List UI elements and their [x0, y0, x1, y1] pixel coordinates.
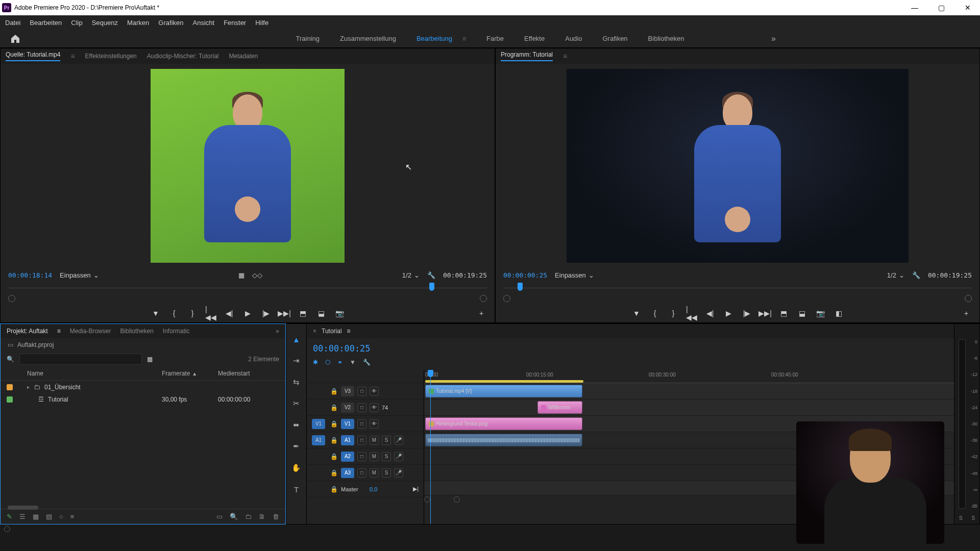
lock-icon[interactable]: 🔒: [330, 388, 338, 395]
voiceover-icon[interactable]: 🎤: [394, 452, 403, 461]
freeform-icon[interactable]: ▦: [147, 356, 153, 363]
tab-info[interactable]: Informatic: [163, 328, 190, 335]
source-viewer[interactable]: [1, 64, 495, 267]
tab-source[interactable]: Quelle: Tutorial.mp4: [6, 51, 60, 61]
lock-icon[interactable]: 🔒: [330, 486, 338, 493]
eye-icon[interactable]: 👁: [370, 419, 379, 429]
step-forward-icon[interactable]: |▶: [260, 308, 272, 319]
sync-lock-icon[interactable]: □: [357, 403, 366, 412]
add-marker-icon[interactable]: ▼: [150, 308, 161, 319]
go-to-out-icon[interactable]: ▶▶|: [760, 308, 771, 319]
button-editor-icon[interactable]: +: [476, 308, 487, 319]
program-zoom-bar[interactable]: [503, 295, 972, 302]
wrench-icon[interactable]: 🔧: [427, 271, 435, 279]
tab-metadata[interactable]: Metadaten: [229, 53, 258, 60]
solo-button[interactable]: S: [382, 452, 391, 461]
menu-sequenz[interactable]: Sequenz: [92, 19, 118, 27]
menu-grafiken[interactable]: Grafiken: [158, 19, 183, 27]
workspace-overflow-icon[interactable]: »: [771, 34, 776, 43]
tab-audio-mixer[interactable]: Audioclip-Mischer: Tutorial: [147, 53, 219, 60]
track-header-v2[interactable]: 🔒 V2 □ 👁 74: [307, 399, 424, 416]
write-icon[interactable]: ✎: [7, 513, 12, 520]
zoom-slider-icon[interactable]: ○: [59, 513, 63, 520]
program-fit-select[interactable]: Einpassen ⌄: [555, 271, 594, 279]
project-tabs-overflow-icon[interactable]: »: [276, 328, 279, 335]
auto-match-icon[interactable]: ▭: [216, 513, 223, 520]
play-icon[interactable]: ▶: [723, 308, 734, 319]
sync-lock-icon[interactable]: □: [357, 468, 366, 478]
drag-video-icon[interactable]: ◇◇: [252, 271, 262, 279]
snap-icon[interactable]: ⬡: [325, 359, 330, 366]
lift-icon[interactable]: ⬒: [778, 308, 789, 319]
clip-tutorial-video[interactable]: Tutorial.mp4 [V]: [425, 385, 582, 397]
voiceover-icon[interactable]: 🎤: [394, 436, 403, 445]
delete-icon[interactable]: 🗑: [273, 513, 279, 520]
tab-libraries[interactable]: Bibliotheken: [120, 328, 153, 335]
source-tab-menu-icon[interactable]: ≡: [70, 52, 75, 60]
hand-tool-icon[interactable]: ✋: [290, 462, 303, 474]
timeline-ruler[interactable]: 00:00 00:00:15:00 00:00:30:00 00:00:45:0…: [424, 370, 954, 383]
razor-tool-icon[interactable]: ✂: [290, 397, 303, 410]
settings-icon[interactable]: 🔧: [363, 359, 371, 366]
program-resolution-select[interactable]: 1/2 ⌄: [887, 271, 904, 279]
project-item-folder[interactable]: ▸🗀01_Übersicht: [1, 381, 285, 393]
maximize-button[interactable]: ▢: [931, 1, 951, 14]
insert-icon[interactable]: ⬒: [297, 308, 308, 319]
sync-lock-icon[interactable]: □: [357, 452, 366, 461]
mark-in-icon[interactable]: {: [168, 308, 180, 319]
insert-overwrite-icon[interactable]: ▦: [238, 271, 244, 279]
wrench-icon[interactable]: 🔧: [912, 271, 920, 279]
menu-clip[interactable]: Clip: [71, 19, 82, 27]
find-icon[interactable]: 🔍: [230, 513, 238, 520]
tab-project[interactable]: Projekt: Auftakt: [7, 328, 48, 335]
lock-icon[interactable]: 🔒: [330, 453, 338, 460]
lock-icon[interactable]: 🔒: [330, 404, 338, 411]
sort-icon[interactable]: ≡: [70, 513, 75, 520]
horizontal-scrollbar[interactable]: [8, 506, 38, 510]
close-button[interactable]: ✕: [958, 1, 978, 14]
step-back-icon[interactable]: ◀|: [704, 308, 716, 319]
minimize-button[interactable]: —: [904, 1, 925, 14]
eye-icon[interactable]: 👁: [370, 387, 379, 396]
program-tab[interactable]: Programm: Tutorial: [501, 51, 553, 61]
go-to-in-icon[interactable]: |◀◀: [686, 308, 697, 319]
step-back-icon[interactable]: ◀|: [224, 308, 235, 319]
track-header-v1[interactable]: V1 🔒 V1 □ 👁: [307, 416, 424, 432]
col-medienstart[interactable]: Medienstart: [218, 370, 279, 377]
mute-button[interactable]: M: [370, 468, 379, 478]
marker-icon[interactable]: ▼: [350, 359, 356, 366]
source-patch-a1[interactable]: A1: [312, 435, 325, 445]
program-tab-menu-icon[interactable]: ≡: [563, 52, 567, 60]
source-resolution-select[interactable]: 1/2 ⌄: [402, 271, 420, 279]
solo-button[interactable]: S: [382, 468, 391, 478]
workspace-zusammenstellung[interactable]: Zusammenstellung: [340, 35, 396, 42]
track-lane-v3[interactable]: Tutorial.mp4 [V]: [424, 383, 954, 399]
track-header-v3[interactable]: 🔒 V3 □ 👁: [307, 383, 424, 399]
program-timecode[interactable]: 00:00:00:25: [503, 271, 547, 279]
step-forward-icon[interactable]: |▶: [741, 308, 752, 319]
workspace-bibliotheken[interactable]: Bibliotheken: [648, 35, 684, 42]
export-frame-icon[interactable]: 📷: [334, 308, 345, 319]
pen-tool-icon[interactable]: ✒: [290, 440, 303, 453]
menu-fenster[interactable]: Fenster: [224, 19, 246, 27]
close-sequence-icon[interactable]: ×: [313, 328, 316, 335]
track-header-a2[interactable]: 🔒 A2 □ M S 🎤: [307, 448, 424, 465]
project-tab-menu-icon[interactable]: ≡: [57, 328, 61, 335]
workspace-grafiken[interactable]: Grafiken: [602, 35, 627, 42]
nest-toggle-icon[interactable]: ✱: [313, 359, 318, 366]
clip-audio[interactable]: [425, 434, 582, 446]
sync-lock-icon[interactable]: □: [357, 436, 366, 445]
mark-out-icon[interactable]: }: [187, 308, 198, 319]
go-to-out-icon[interactable]: ▶▶|: [279, 308, 290, 319]
project-item-sequence[interactable]: ☲Tutorial 30,00 fps 00:00:00:00: [1, 393, 285, 406]
project-search-input[interactable]: [19, 354, 142, 365]
freeform-view-icon[interactable]: ▧: [46, 513, 52, 520]
ripple-edit-tool-icon[interactable]: ⇆: [290, 376, 303, 388]
playhead-handle[interactable]: [428, 370, 433, 377]
slip-tool-icon[interactable]: ⬌: [290, 419, 303, 431]
source-timecode[interactable]: 00:00:18:14: [8, 271, 52, 279]
export-frame-icon[interactable]: 📷: [815, 308, 826, 319]
clip-background[interactable]: Hintergrund Textur.png: [425, 417, 582, 430]
eye-icon[interactable]: 👁: [370, 403, 379, 412]
track-select-tool-icon[interactable]: ⇥: [290, 355, 303, 367]
